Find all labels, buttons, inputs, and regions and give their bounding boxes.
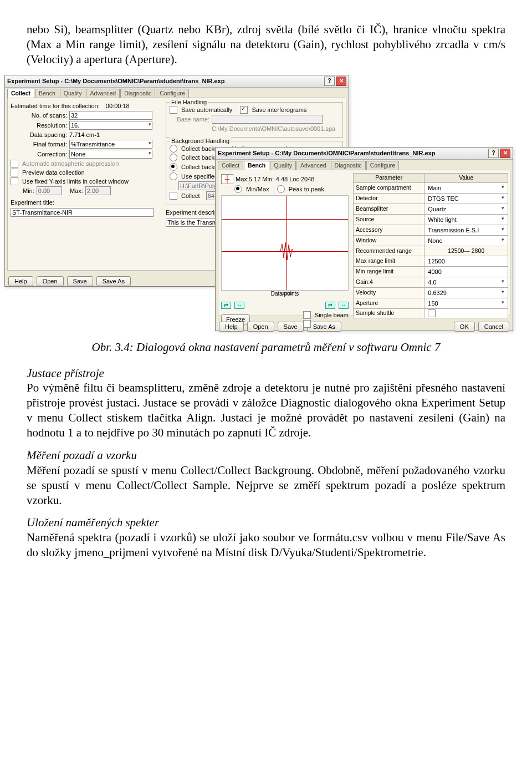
tab-advanced[interactable]: Advanced [86,89,120,98]
table-row: Aperture [354,298,508,308]
beamsplitter-select[interactable] [427,205,505,214]
base-name-field [212,115,323,124]
ptp-radio[interactable] [277,185,285,193]
tab-collect[interactable]: Collect [7,89,34,98]
resolution-select[interactable] [69,121,152,130]
window-select[interactable] [427,236,505,245]
section-title: Justace přístroje [27,367,104,380]
plot-icon: ┼ [221,174,233,184]
save-button[interactable]: Save [67,276,93,286]
bg-file-radio[interactable] [170,172,177,180]
tab-diagnostic[interactable]: Diagnostic [120,89,155,98]
close-icon[interactable]: ✕ [500,149,510,158]
auto-atm-label: Automatic atmospheric suppression [22,160,119,167]
arrow-icon: ↔ [234,302,244,309]
table-row: Min range limit [354,266,508,277]
saveas-button[interactable]: Save As [96,276,131,286]
window-title: Experiment Setup - C:\My Documents\OMNIC… [7,77,224,85]
tone-checkbox[interactable] [303,320,311,328]
tab-bench[interactable]: Bench [244,161,269,170]
accessory-select[interactable] [427,226,505,235]
base-name-label: Base name: [170,115,209,123]
sample-compartment-select[interactable] [427,184,505,192]
table-row: Source [354,214,508,225]
tab-bench[interactable]: Bench [35,89,59,98]
experiment-title-field[interactable] [11,208,154,217]
experiment-setup-bench-window: Experiment Setup - C:\My Documents\OMNIC… [215,147,513,331]
minmax-label: Min/Max [246,185,269,193]
aperture-select[interactable] [427,299,505,308]
scans-field[interactable] [69,111,152,120]
single-beam-label: Single beam [315,311,349,319]
ok-button[interactable]: OK [454,322,475,332]
preview-checkbox[interactable] [11,169,18,176]
auto-atm-checkbox[interactable] [11,160,18,167]
tab-configure[interactable]: Configure [366,161,400,170]
recommended-range-value: 12500--- 2800 [424,246,508,256]
correction-select[interactable] [69,150,152,159]
interferogram-plot: 2000 Data points [221,195,349,291]
single-beam-checkbox[interactable] [303,311,311,319]
section-title: Uložení naměřených spekter [27,516,159,529]
section-mereni: Měření pozadí a vzorku Měření pozadí se … [27,448,505,508]
plot-stats: Max:5.17 Min:-4.48 Loc:2048 [236,175,314,183]
saveas-button[interactable]: Save As [307,322,341,332]
close-icon[interactable]: ✕ [336,77,346,86]
autosave-path: C:\My Documents\OMNIC\autosave\0001.spa [212,125,335,133]
final-format-select[interactable] [69,140,152,149]
table-row: Max range limit [354,256,508,266]
bg-before-radio[interactable] [170,145,177,153]
min-range-field[interactable] [427,267,505,276]
right-arrow-group[interactable]: ⇄↔ [325,302,349,309]
ptp-label: Peak to peak [289,185,324,193]
minmax-radio[interactable] [234,185,242,193]
tab-configure[interactable]: Configure [156,89,189,98]
tab-collect[interactable]: Collect [218,161,243,170]
param-header: Parameter [354,174,424,182]
table-row: Gain:4 [354,277,508,287]
tab-advanced[interactable]: Advanced [296,161,330,170]
max-range-field[interactable] [427,257,505,266]
collect-n-checkbox[interactable] [170,192,177,200]
section-ulozeni: Uložení naměřených spekter Naměřená spek… [27,515,505,560]
cancel-button[interactable]: Cancel [478,322,509,332]
value-header: Value [424,174,508,182]
tab-quality[interactable]: Quality [270,161,296,170]
section-body: Po výměně filtu či beamsplitteru, změně … [27,381,505,439]
table-row: Sample shuttle [354,308,508,318]
open-button[interactable]: Open [247,322,274,332]
tab-quality[interactable]: Quality [60,89,86,98]
save-button[interactable]: Save [278,322,304,332]
min-label: Min: [23,187,34,195]
scans-label: No. of scans: [11,111,67,119]
fixed-y-checkbox[interactable] [11,177,18,185]
figure-caption: Obr. 3.4: Dialogová okna nastavení param… [27,340,505,355]
help-button[interactable]: Help [8,276,33,286]
sample-shuttle-checkbox[interactable] [428,309,436,317]
help-icon[interactable]: ? [488,149,499,158]
open-button[interactable]: Open [37,276,64,286]
help-button[interactable]: Help [219,322,244,332]
section-body: Naměřená spektra (pozadí i vzorků) se ul… [27,531,505,559]
table-row: Beamsplitter [354,204,508,214]
detector-select[interactable] [427,194,505,203]
tab-diagnostic[interactable]: Diagnostic [331,161,366,170]
arrow-icon: ⇄ [221,302,231,309]
bg-after-radio[interactable] [170,154,177,161]
save-auto-label: Save automatically [181,106,232,114]
preview-label: Preview data collection [22,169,85,176]
bg-after-min-radio[interactable] [170,163,177,171]
est-time-value: 00:00:18 [106,102,130,110]
tab-strip: Collect Bench Quality Advanced Diagnosti… [5,88,349,98]
velocity-select[interactable] [427,288,505,297]
save-auto-checkbox[interactable] [170,106,177,114]
help-icon[interactable]: ? [324,77,335,86]
save-inter-label: Save interferograms [252,106,306,114]
gain-select[interactable] [427,278,505,287]
parameter-table: ParameterValue Sample compartment Detect… [353,173,508,318]
resolution-label: Resolution: [11,121,67,129]
max-label: Max: [70,187,83,195]
source-select[interactable] [427,215,505,224]
save-inter-checkbox[interactable] [240,106,248,114]
left-arrow-group[interactable]: ⇄↔ [221,302,244,309]
